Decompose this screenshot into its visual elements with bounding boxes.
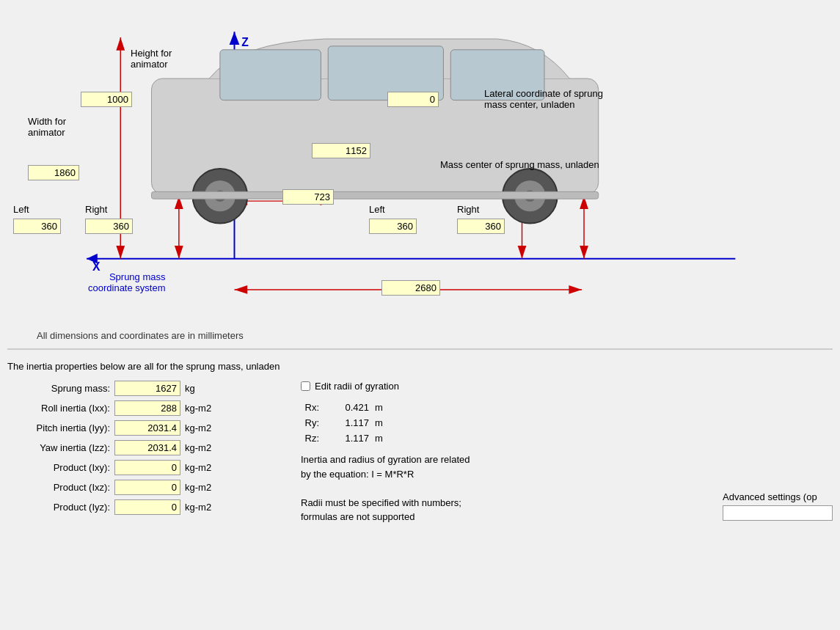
mass-center-label: Mass center of sprung mass, unladen	[440, 159, 599, 170]
rx-row: Rx: 0.421 m	[301, 402, 521, 413]
product-xy-row: Product (Ixy): kg-m2	[7, 460, 271, 475]
edit-radii-checkbox[interactable]	[301, 381, 310, 391]
rx-value: 0.421	[325, 402, 369, 413]
diagram-section: X Z	[7, 7, 833, 323]
right-rear-label: Right	[457, 204, 479, 215]
x1152-input[interactable]	[312, 143, 370, 158]
form-left: Sprung mass: kg Roll inertia (Ixx): kg-m…	[7, 381, 271, 519]
height-input[interactable]	[81, 92, 132, 107]
pitch-label: Pitch inertia (Iyy):	[7, 422, 110, 433]
lateral-input[interactable]	[387, 92, 439, 107]
edit-radii-row: Edit radii of gyration	[301, 381, 521, 392]
form-right: Edit radii of gyration Rx: 0.421 m Ry: 1…	[301, 381, 521, 524]
svg-marker-8	[116, 246, 125, 259]
roll-unit: kg-m2	[185, 403, 222, 414]
rx-unit: m	[375, 402, 383, 413]
advanced-input[interactable]	[723, 505, 833, 521]
pitch-inertia-row: Pitch inertia (Iyy): kg-m2	[7, 420, 271, 436]
ry-value: 1.117	[325, 417, 369, 428]
svg-rect-34	[220, 50, 321, 100]
ry-label: Ry:	[301, 417, 319, 428]
left-front-input[interactable]	[13, 219, 61, 234]
main-container: Include hitch locati X Z	[0, 0, 840, 535]
svg-marker-4	[230, 32, 240, 45]
rz-row: Rz: 1.117 m	[301, 433, 521, 444]
sprung-coord-label: Sprung mass coordinate system	[88, 271, 166, 293]
car-silhouette	[152, 39, 599, 224]
roll-input[interactable]	[114, 400, 180, 416]
ry-unit: m	[375, 417, 383, 428]
product-yz-row: Product (Iyz): kg-m2	[7, 499, 271, 515]
product-xy-label: Product (Ixy):	[7, 462, 110, 473]
right-rear-input[interactable]	[457, 219, 505, 234]
sprung-mass-input[interactable]	[114, 381, 180, 396]
svg-text:Z: Z	[241, 36, 249, 48]
sprung-mass-unit: kg	[185, 383, 222, 394]
yaw-inertia-row: Yaw inertia (Izz): kg-m2	[7, 440, 271, 455]
x2680-input[interactable]	[381, 280, 440, 296]
yaw-input[interactable]	[114, 440, 180, 455]
product-xy-unit: kg-m2	[185, 462, 222, 473]
left-rear-input[interactable]	[369, 219, 417, 234]
right-front-label: Right	[85, 204, 107, 215]
rz-unit: m	[375, 433, 383, 444]
svg-marker-7	[116, 37, 125, 51]
pitch-unit: kg-m2	[185, 422, 222, 433]
yaw-label: Yaw inertia (Izz):	[7, 442, 110, 453]
product-yz-unit: kg-m2	[185, 502, 222, 513]
left-rear-label: Left	[369, 204, 385, 215]
svg-rect-43	[152, 191, 599, 199]
svg-marker-23	[580, 246, 588, 259]
form-section: The inertia properties below are all for…	[7, 357, 833, 528]
yaw-unit: kg-m2	[185, 442, 222, 453]
roll-inertia-row: Roll inertia (Ixx): kg-m2	[7, 400, 271, 416]
pitch-input[interactable]	[114, 420, 180, 436]
left-front-label: Left	[13, 204, 29, 215]
x723-input[interactable]	[282, 189, 334, 205]
product-xy-input[interactable]	[114, 460, 180, 475]
dimensions-note: All dimensions and coordinates are in mi…	[37, 330, 833, 341]
rx-label: Rx:	[301, 402, 319, 413]
product-yz-label: Product (Iyz):	[7, 502, 110, 513]
width-label: Width for animator	[28, 116, 66, 138]
width-input[interactable]	[28, 165, 79, 180]
product-xz-unit: kg-m2	[185, 482, 222, 493]
edit-radii-label: Edit radii of gyration	[315, 381, 399, 392]
advanced-label: Advanced settings (op	[723, 491, 833, 502]
product-yz-input[interactable]	[114, 499, 180, 515]
product-xz-label: Product (Ixz):	[7, 482, 110, 493]
form-grid: Sprung mass: kg Roll inertia (Ixx): kg-m…	[7, 381, 833, 524]
rz-value: 1.117	[325, 433, 369, 444]
inertia-note: Inertia and radius of gyration are relat…	[301, 453, 521, 524]
svg-marker-25	[234, 285, 247, 294]
advanced-section: Advanced settings (op	[723, 491, 833, 521]
ry-row: Ry: 1.117 m	[301, 417, 521, 428]
sprung-mass-row: Sprung mass: kg	[7, 381, 271, 396]
product-xz-row: Product (Ixz): kg-m2	[7, 480, 271, 495]
product-xz-input[interactable]	[114, 480, 180, 495]
lateral-label: Lateral coordinate of sprung mass center…	[484, 88, 603, 110]
sprung-mass-label: Sprung mass:	[7, 383, 110, 394]
svg-marker-17	[175, 246, 183, 259]
svg-marker-20	[518, 246, 527, 259]
rz-label: Rz:	[301, 433, 319, 444]
height-label: Height for animator	[131, 48, 172, 70]
right-front-input[interactable]	[85, 219, 133, 234]
roll-label: Roll inertia (Ixx):	[7, 403, 110, 414]
svg-marker-26	[569, 285, 582, 294]
inertia-title: The inertia properties below are all for…	[7, 361, 833, 372]
